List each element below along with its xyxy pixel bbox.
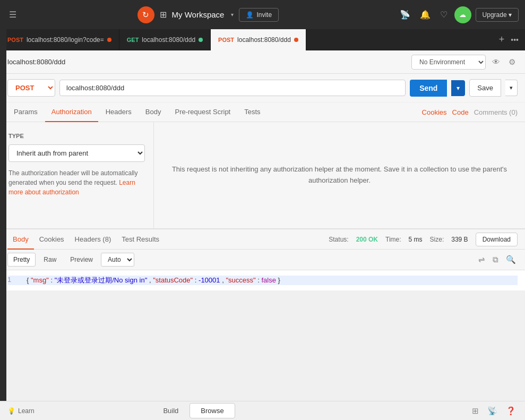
lightbulb-icon: 💡: [7, 407, 15, 415]
env-select-wrapper: No Environment 👁 ⚙: [411, 55, 518, 70]
upgrade-button[interactable]: Upgrade ▾: [476, 8, 519, 22]
left-sidebar-bar: [0, 29, 6, 401]
wrap-lines-button[interactable]: ⇌: [477, 253, 487, 266]
code-link[interactable]: Code: [452, 108, 469, 116]
bell-icon-button[interactable]: 🔔: [417, 7, 433, 22]
save-dropdown-button[interactable]: ▾: [505, 80, 518, 96]
tab-post-login[interactable]: POST localhost:8080/login?code=: [0, 29, 119, 50]
nav-grid-icon: ⊞: [160, 10, 167, 20]
sync-button[interactable]: ↻: [137, 6, 154, 23]
time-label: Time:: [385, 236, 401, 243]
response-view-actions: ⇌ ⧉ 🔍: [477, 253, 518, 266]
env-eye-button[interactable]: 👁: [490, 55, 502, 68]
status-label: Status:: [329, 236, 348, 243]
workspace-chevron-icon: ▾: [231, 12, 234, 18]
cookies-link[interactable]: Cookies: [422, 108, 447, 116]
tab-method-label: POST: [218, 37, 234, 43]
env-bar: localhost:8080/ddd No Environment 👁 ⚙: [0, 50, 525, 74]
download-button[interactable]: Download: [476, 233, 518, 246]
code-content: { "msg" : "未登录或登录过期/No sign in" , "statu…: [27, 276, 280, 285]
tab-method-label: POST: [7, 37, 23, 43]
upgrade-chevron-icon: ▾: [509, 11, 512, 19]
params-tab[interactable]: Params: [7, 102, 44, 122]
tab-modified-dot: [107, 38, 111, 42]
pretty-view-button[interactable]: Pretty: [7, 253, 36, 267]
tab-get-ddd[interactable]: GET localhost:8080/ddd: [119, 29, 211, 50]
headers-tab[interactable]: Headers: [99, 102, 138, 122]
request-url-input[interactable]: [59, 80, 406, 96]
nav-right: 📡 🔔 ♡ ☁ Upgrade ▾: [397, 6, 519, 23]
top-nav: ☰ ↻ ⊞ My Workspace ▾ 👤 Invite 📡 🔔 ♡ ☁ Up…: [0, 0, 525, 29]
response-code-area: 1 { "msg" : "未登录或登录过期/No sign in" , "sta…: [0, 270, 525, 290]
nav-left: ☰: [6, 7, 19, 22]
auth-panel: TYPE Inherit auth from parent The author…: [0, 122, 525, 228]
send-dropdown-button[interactable]: ▾: [451, 80, 465, 96]
auth-description: The authorization header will be automat…: [8, 168, 145, 197]
bottom-nav-tabs: Build Browse: [152, 403, 235, 418]
response-headers-tab[interactable]: Headers (8): [70, 230, 117, 250]
copy-button[interactable]: ⧉: [491, 253, 500, 266]
tests-tab[interactable]: Tests: [238, 102, 266, 122]
invite-button[interactable]: 👤 Invite: [239, 8, 279, 22]
more-tabs-button[interactable]: •••: [509, 36, 521, 44]
layout-button[interactable]: ⊞: [470, 405, 480, 417]
add-tab-button[interactable]: +: [495, 34, 509, 45]
size-value: 339 B: [451, 236, 468, 243]
response-test-results-tab[interactable]: Test Results: [116, 230, 165, 250]
satellite-bottom-button[interactable]: 📡: [486, 405, 499, 417]
tab-url-label: localhost:8080/ddd: [142, 36, 195, 44]
response-status-area: Status: 200 OK Time: 5 ms Size: 339 B Do…: [329, 233, 518, 246]
environment-select[interactable]: No Environment: [411, 55, 486, 70]
save-button[interactable]: Save: [469, 79, 501, 97]
request-tab-actions: Cookies Code Comments (0): [422, 108, 518, 116]
build-tab-button[interactable]: Build: [152, 403, 190, 418]
line-number: 1: [7, 276, 18, 285]
request-bar: POST Send ▾ Save ▾: [0, 74, 525, 102]
tab-post-ddd[interactable]: POST localhost:8080/ddd: [211, 29, 306, 50]
search-button[interactable]: 🔍: [504, 253, 518, 266]
preview-view-button[interactable]: Preview: [64, 253, 99, 267]
tabs-bar: POST localhost:8080/login?code= GET loca…: [0, 29, 525, 50]
comments-link[interactable]: Comments (0): [474, 108, 518, 116]
avatar-button[interactable]: ☁: [454, 6, 471, 23]
raw-view-button[interactable]: Raw: [38, 253, 62, 267]
send-button[interactable]: Send: [410, 80, 447, 97]
workspace-label: My Workspace: [172, 10, 225, 19]
response-cookies-tab[interactable]: Cookies: [34, 230, 70, 250]
browse-tab-button[interactable]: Browse: [190, 403, 235, 418]
nav-center: ↻ ⊞ My Workspace ▾ 👤 Invite: [137, 6, 279, 23]
tab-modified-dot: [294, 38, 298, 42]
tab-url-label: localhost:8080/login?code=: [27, 36, 104, 44]
body-tab[interactable]: Body: [139, 102, 168, 122]
bottom-bar: 💡 Learn Build Browse ⊞ 📡 ❓: [0, 401, 525, 420]
help-button[interactable]: ❓: [504, 405, 518, 417]
size-label: Size:: [430, 236, 444, 243]
status-value: 200 OK: [356, 236, 378, 243]
authorization-tab[interactable]: Authorization: [45, 102, 98, 122]
response-body-tab[interactable]: Body: [7, 230, 34, 250]
time-value: 5 ms: [409, 236, 423, 243]
auth-left-panel: TYPE Inherit auth from parent The author…: [0, 122, 154, 228]
tab-url-label: localhost:8080/ddd: [237, 36, 291, 44]
auth-type-select[interactable]: Inherit auth from parent: [8, 144, 145, 162]
heart-icon-button[interactable]: ♡: [437, 7, 450, 22]
env-settings-button[interactable]: ⚙: [506, 55, 518, 69]
prerequest-tab[interactable]: Pre-request Script: [168, 102, 237, 122]
http-method-select[interactable]: POST: [7, 79, 55, 97]
auth-type-label: TYPE: [8, 133, 145, 139]
tabs-right: + •••: [495, 34, 525, 45]
satellite-icon-button[interactable]: 📡: [397, 7, 413, 22]
bottom-right-actions: ⊞ 📡 ❓: [470, 405, 518, 417]
current-request-url: localhost:8080/ddd: [7, 58, 65, 66]
tab-modified-dot: [199, 38, 203, 42]
response-view-bar: Pretty Raw Preview Auto ⇌ ⧉ 🔍: [0, 250, 525, 270]
code-line-1: 1 { "msg" : "未登录或登录过期/No sign in" , "sta…: [7, 276, 518, 285]
auth-right-panel: This request is not inheriting any autho…: [154, 122, 525, 228]
invite-person-icon: 👤: [246, 11, 254, 19]
learn-button[interactable]: 💡 Learn: [7, 407, 35, 415]
tab-method-label: GET: [127, 37, 139, 43]
request-tabs: Params Authorization Headers Body Pre-re…: [0, 102, 525, 122]
format-select[interactable]: Auto: [101, 253, 134, 267]
sidebar-toggle-button[interactable]: ☰: [6, 7, 19, 22]
response-tabs: Body Cookies Headers (8) Test Results St…: [0, 228, 525, 250]
